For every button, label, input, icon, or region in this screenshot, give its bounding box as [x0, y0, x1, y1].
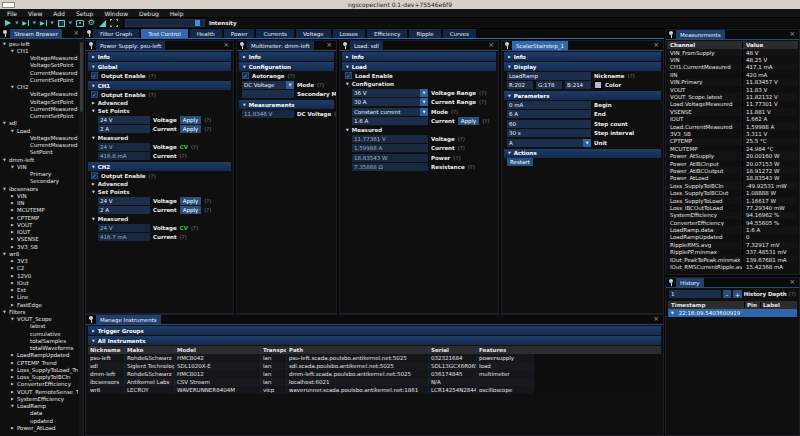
fullscreen-icon[interactable]: [110, 19, 118, 27]
tree-item[interactable]: CurrentMeasured: [0, 105, 78, 112]
collapsed-arrow-icon[interactable]: ▶: [11, 266, 15, 270]
tree-item[interactable]: Secondary: [0, 178, 78, 185]
panel-tab[interactable]: Multimeter: dmm-left: [247, 41, 314, 50]
expanded-arrow-icon[interactable]: ▼: [11, 404, 15, 408]
tree-item[interactable]: ▼ibcsensors: [0, 185, 78, 192]
manage-instruments-tab[interactable]: Manage Instruments: [96, 315, 161, 324]
tree-item[interactable]: ▶IOUT: [0, 229, 78, 236]
section-header[interactable]: ▼Load: [342, 62, 496, 71]
force-trigger-caret-icon[interactable]: ▼: [51, 21, 54, 25]
menu-item-debug[interactable]: Debug: [139, 10, 159, 17]
expanded-arrow-icon[interactable]: ▼: [3, 310, 7, 314]
single-trigger-caret-icon[interactable]: ▼: [33, 21, 36, 25]
collapsed-arrow-icon[interactable]: ▶: [11, 361, 15, 365]
panel-tab[interactable]: Power Supply: psu-left: [96, 41, 165, 50]
value-field[interactable]: 24 V: [98, 143, 150, 151]
collapsed-arrow-icon[interactable]: ▶: [11, 375, 15, 379]
value-field[interactable]: 11.8346 V: [242, 110, 294, 118]
checkbox[interactable]: ✓: [91, 172, 98, 179]
apply-button[interactable]: Apply: [180, 197, 202, 205]
tab-losses[interactable]: Losses: [333, 29, 365, 38]
menu-item-file[interactable]: File: [7, 10, 17, 17]
menu-item-window[interactable]: Window: [104, 10, 128, 17]
tree-item[interactable]: ▼Load: [0, 127, 78, 134]
value-field[interactable]: 36 V▼: [352, 89, 428, 97]
tree-item[interactable]: ▶3V3: [0, 258, 78, 265]
value-field[interactable]: 416.8 mA: [98, 152, 150, 160]
tree-node[interactable]: ▼Set Points: [86, 107, 233, 115]
tree-item[interactable]: SetPoint: [0, 149, 78, 156]
tree-item[interactable]: ▶Power_AtLoad: [0, 424, 78, 431]
tree-item[interactable]: data: [0, 410, 78, 417]
tree-item[interactable]: ▶Line: [0, 294, 78, 301]
instrument-row[interactable]: ibcsensorsAntikernel LabsCSV Streamlanlo…: [88, 378, 661, 386]
tree-node[interactable]: ▼Configuration: [340, 80, 498, 88]
section-header[interactable]: ▼CH2: [88, 162, 231, 171]
tab-ripple[interactable]: Ripple: [409, 29, 440, 38]
collapsed-arrow-icon[interactable]: ▶: [11, 259, 15, 263]
collapsed-arrow-icon[interactable]: ▶: [11, 274, 15, 278]
pin-icon[interactable]: [240, 42, 244, 49]
collapsed-arrow-icon[interactable]: ▶: [11, 397, 15, 401]
tree-item[interactable]: ▼VOUT_Scope: [0, 316, 78, 323]
value-field[interactable]: 416.7 mA: [98, 233, 150, 241]
tree-item[interactable]: VoltageSetPoint: [0, 62, 78, 69]
value-field[interactable]: 30 s: [507, 129, 591, 137]
pin-icon[interactable]: [505, 42, 509, 49]
value-field[interactable]: 1.59988 A: [352, 144, 428, 152]
apply-button[interactable]: Apply: [180, 206, 202, 214]
expanded-arrow-icon[interactable]: ▼: [3, 42, 7, 46]
value-field[interactable]: LoadRamp: [507, 72, 591, 80]
close-icon[interactable]: ×: [653, 42, 660, 49]
pin-icon[interactable]: [669, 31, 673, 38]
tree-item[interactable]: ▶LoadRampUpdated: [0, 352, 78, 359]
tree-item[interactable]: VoltageMeasured: [0, 55, 78, 62]
tree-item[interactable]: ▶IIN: [0, 200, 78, 207]
value-field[interactable]: 18.83543 W: [352, 154, 428, 162]
value-field[interactable]: 24 V: [98, 116, 150, 124]
value-field[interactable]: 7.35868 Ω: [352, 163, 428, 171]
pin-icon[interactable]: [87, 30, 91, 37]
trigger-groups-header[interactable]: ▶ Trigger Groups: [88, 326, 661, 335]
value-field[interactable]: 6 A: [507, 110, 591, 118]
section-header[interactable]: ▶Info: [239, 52, 334, 61]
tree-item[interactable]: ▶IOut: [0, 279, 78, 286]
tree-item[interactable]: CurrentSetPoint: [0, 76, 78, 83]
scrollbar-thumb[interactable]: [80, 42, 83, 112]
color-r-field[interactable]: R:202: [507, 81, 533, 89]
tree-item[interactable]: ▶12V0: [0, 272, 78, 279]
value-field[interactable]: A▼: [507, 139, 591, 147]
tree-item[interactable]: ▼Filters: [0, 308, 78, 315]
tree-item[interactable]: CurrentMeasured: [0, 69, 78, 76]
all-instruments-header[interactable]: ▼ All Instruments: [88, 336, 661, 345]
dropdown-button[interactable]: ▼: [583, 139, 591, 147]
panel-tab[interactable]: ScalarStairstep_1: [512, 41, 568, 50]
value-field[interactable]: 24 V: [98, 197, 150, 205]
collapsed-arrow-icon[interactable]: ▶: [11, 216, 15, 220]
tree-item[interactable]: ▶C2: [0, 265, 78, 272]
checkbox[interactable]: ✓: [91, 91, 98, 98]
force-trigger-button[interactable]: ▶: [40, 20, 47, 26]
tree-item[interactable]: ▼dmm-left: [0, 156, 78, 163]
expanded-arrow-icon[interactable]: ▼: [11, 129, 15, 133]
tree-item[interactable]: ▶3V3_SB: [0, 243, 78, 250]
pin-icon[interactable]: [89, 42, 93, 49]
stream-browser-tab[interactable]: Stream Browser: [10, 29, 62, 38]
value-field[interactable]: [242, 90, 294, 98]
close-icon[interactable]: ×: [326, 42, 333, 49]
tab-curves[interactable]: Curves: [443, 29, 476, 38]
instrument-row[interactable]: psu-leftRohde&SchwarzHMC8042lanpsu-left.…: [88, 354, 661, 362]
tree-item[interactable]: ▼CH1: [0, 47, 78, 54]
pin-icon[interactable]: [89, 316, 93, 323]
tree-item[interactable]: ▶MCUTEMP: [0, 207, 78, 214]
tab-test-control[interactable]: Test Control: [141, 29, 187, 38]
tree-node[interactable]: ▶Advanced: [86, 99, 233, 107]
tree-node[interactable]: ▶Advanced: [86, 180, 233, 188]
section-header[interactable]: ▼Global: [88, 62, 231, 71]
tab-health[interactable]: Health: [190, 29, 222, 38]
close-icon[interactable]: ×: [73, 30, 80, 37]
tree-item[interactable]: Primary: [0, 171, 78, 178]
close-icon[interactable]: ×: [653, 316, 660, 323]
collapsed-arrow-icon[interactable]: ▶: [11, 223, 15, 227]
increment-button[interactable]: +: [733, 290, 741, 298]
